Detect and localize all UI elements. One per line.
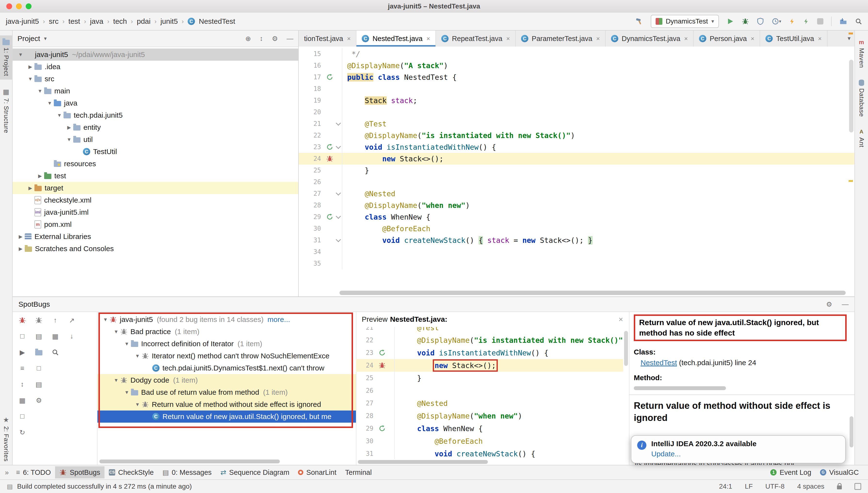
tree-item[interactable]: ▶External Libraries — [13, 231, 298, 243]
locate-icon[interactable]: ⊕ — [245, 35, 251, 43]
editor-tab-nestedtest-java[interactable]: CNestedTest.java× — [357, 30, 436, 47]
toolbar-button[interactable]: ⚙ — [34, 395, 44, 405]
profiler-icon[interactable]: ▾ — [772, 18, 781, 25]
breadcrumb-item[interactable]: tech — [113, 17, 127, 25]
status-widget[interactable]: UTF-8 — [766, 483, 784, 490]
tree-item[interactable]: ▶entity — [13, 121, 298, 133]
chevron-right-icon[interactable]: ▶ — [17, 234, 25, 239]
more-link[interactable]: more... — [268, 315, 290, 324]
tool-window-button-0-messages[interactable]: ▤0: Messages — [158, 466, 216, 478]
hide-icon[interactable]: — — [842, 300, 849, 308]
tab-list-chevron-icon[interactable]: ▾ — [848, 35, 850, 42]
editor-tab-dynamicstest-java[interactable]: CDynamicsTest.java× — [606, 30, 694, 47]
close-tab-icon[interactable]: × — [427, 35, 430, 42]
preview-vertical-scrollbar[interactable] — [624, 331, 628, 366]
tree-item[interactable]: Ctech.pdai.junit5.DynamicsTest$1.next() … — [97, 362, 356, 374]
toolbar-button[interactable]: ▤ — [34, 380, 44, 389]
reader-mode-icon[interactable] — [854, 483, 861, 490]
tree-item[interactable]: CTestUtil — [13, 146, 298, 158]
tree-item[interactable]: ▼Bad practice(1 item) — [97, 326, 356, 338]
chevron-down-icon[interactable]: ▼ — [26, 76, 35, 82]
editor-tab-testutil-java[interactable]: CTestUtil.java× — [760, 30, 827, 47]
chevron-down-icon[interactable]: ▼ — [133, 402, 142, 407]
tool-window-button-sonarlint[interactable]: SonarLint — [294, 466, 341, 478]
close-tab-icon[interactable]: × — [347, 35, 350, 42]
editor-tab-parametertest-java[interactable]: CParameterTest.java× — [516, 30, 606, 47]
close-tab-icon[interactable]: × — [684, 35, 688, 42]
preview-code[interactable]: 21 @Test22 @DisplayName("is instantiated… — [356, 327, 623, 459]
toolbar-button[interactable]: ↑ — [50, 315, 60, 325]
status-widget[interactable]: LF — [745, 483, 753, 490]
more-tool-windows-icon[interactable]: » — [5, 469, 9, 476]
toolbar-button[interactable]: ↗ — [67, 315, 76, 325]
hotswap-bolt-icon[interactable] — [803, 18, 809, 25]
toolbar-button[interactable]: ↕ — [18, 380, 27, 389]
run-test-gutter-icon[interactable] — [325, 214, 335, 220]
chevron-down-icon[interactable]: ▼ — [46, 101, 54, 106]
settings-icon[interactable]: ⚙ — [272, 35, 278, 43]
tree-item[interactable]: mpom.xml — [13, 218, 298, 231]
chevron-right-icon[interactable]: ▶ — [36, 173, 44, 179]
breadcrumb-item[interactable]: java-junit5 — [6, 17, 39, 25]
debug-button[interactable] — [742, 18, 749, 25]
tree-item[interactable]: ▼Bad use of return value from method(1 i… — [97, 386, 356, 399]
coverage-icon[interactable] — [757, 18, 764, 25]
chevron-right-icon[interactable]: ▶ — [26, 185, 35, 191]
breadcrumb-item[interactable]: java — [90, 17, 103, 25]
close-tab-icon[interactable]: × — [751, 35, 754, 42]
editor-tab-repeattest-java[interactable]: CRepeatTest.java× — [436, 30, 516, 47]
chevron-down-icon[interactable]: ▼ — [133, 353, 142, 359]
breadcrumb-item[interactable]: junit5 — [160, 17, 178, 25]
run-test-gutter-icon[interactable] — [377, 349, 387, 356]
bug-gutter-icon[interactable] — [377, 362, 387, 369]
breadcrumb-item[interactable]: test — [68, 17, 80, 25]
chevron-down-icon[interactable]: ▼ — [55, 112, 64, 118]
chevron-down-icon[interactable]: ▼ — [112, 378, 120, 383]
run-test-gutter-icon[interactable] — [325, 74, 335, 81]
settings-icon[interactable]: ⚙ — [826, 300, 832, 308]
tool-window-button-6-todo[interactable]: ≡6: TODO — [12, 466, 55, 478]
toolbar-button[interactable]: □ — [18, 331, 27, 341]
fold-chevron-icon[interactable] — [336, 237, 341, 242]
search-everywhere-icon[interactable] — [855, 18, 862, 25]
tree-item[interactable]: ▼Incorrect definition of Iterator(1 item… — [97, 338, 356, 350]
bug-gutter-icon[interactable] — [325, 155, 335, 162]
breadcrumb-item[interactable]: NestedTest — [199, 17, 235, 25]
editor-horizontal-scrollbar[interactable] — [339, 291, 846, 295]
fold-chevron-icon[interactable] — [336, 120, 341, 125]
tree-item[interactable]: ▼java-junit5(found 2 bug items in 14 cla… — [97, 314, 356, 326]
tree-item[interactable]: ▼java — [13, 97, 298, 109]
tree-item[interactable]: ▼tech.pdai.junit5 — [13, 109, 298, 121]
tree-item[interactable]: ▼Return value of method without side eff… — [97, 399, 356, 410]
run-button[interactable] — [727, 18, 734, 25]
code-editor[interactable]: 15 */16@DisplayName("A stack")17public c… — [299, 47, 854, 297]
tree-item[interactable]: imljava-junit5.iml — [13, 206, 298, 218]
toolbar-button[interactable]: □ — [34, 363, 44, 373]
toolbar-button[interactable] — [18, 315, 27, 325]
tree-item[interactable]: resources — [13, 158, 298, 170]
chevron-down-icon[interactable]: ▼ — [123, 390, 131, 395]
preview-horizontal-scrollbar[interactable] — [358, 460, 488, 464]
chevron-down-icon[interactable]: ▼ — [123, 341, 131, 347]
toolbar-button[interactable] — [34, 315, 44, 325]
chevron-down-icon[interactable]: ▼ — [65, 137, 73, 143]
attach-icon[interactable] — [839, 18, 847, 25]
chevron-down-icon[interactable]: ▼ — [17, 52, 25, 58]
close-window-button[interactable] — [6, 3, 12, 9]
tree-item[interactable]: CReturn value of new java.util.Stack() i… — [97, 410, 356, 423]
toolbar-button[interactable]: ↻ — [18, 428, 27, 437]
stripe-button-database[interactable]: Database — [855, 76, 868, 120]
toolbar-button[interactable]: ▦ — [50, 331, 60, 341]
tree-item[interactable]: ▼main — [13, 85, 298, 97]
close-tab-icon[interactable]: × — [506, 35, 510, 42]
editor-tab-tiontest-java[interactable]: tionTest.java× — [299, 30, 357, 47]
tool-window-button-spotbugs[interactable]: SpotBugs — [55, 466, 105, 478]
stripe-button-ant[interactable]: AAnt — [855, 125, 868, 151]
editor-tab-person-java[interactable]: CPerson.java× — [694, 30, 760, 47]
chevron-down-icon[interactable]: ▼ — [101, 317, 110, 322]
build-hammer-icon[interactable] — [635, 18, 643, 25]
fold-chevron-icon[interactable] — [336, 190, 341, 195]
tool-window-button-sequence-diagram[interactable]: ⇄Sequence Diagram — [216, 466, 294, 478]
tree-item[interactable]: ▼util — [13, 133, 298, 146]
breadcrumb-item[interactable]: src — [49, 17, 59, 25]
